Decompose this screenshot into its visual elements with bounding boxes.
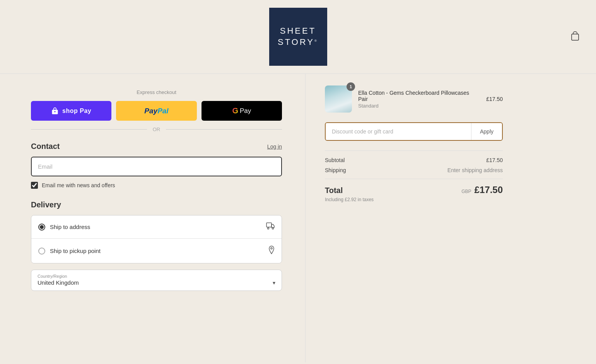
ship-pickup-radio[interactable]: [38, 248, 45, 255]
paypal-logo: PayPal: [144, 107, 168, 115]
shipping-label: Shipping: [325, 167, 346, 173]
pin-icon: [268, 246, 275, 256]
delivery-section: Delivery Ship to address: [31, 200, 282, 291]
svg-point-2: [268, 228, 269, 229]
shipping-row: Shipping Enter shipping address: [325, 167, 503, 173]
product-name: Ella Cotton - Gems Checkerboard Pillowca…: [358, 90, 480, 102]
ship-to-address-option[interactable]: Ship to address: [31, 215, 282, 239]
truck-icon: [266, 222, 275, 231]
gpay-logo: G Pay: [232, 106, 251, 115]
cart-icon[interactable]: [570, 31, 581, 43]
discount-section: Apply: [325, 122, 503, 141]
country-value: United Kingdom: [38, 279, 79, 286]
contact-section: Contact Log in Email me with news and of…: [31, 142, 282, 189]
logo[interactable]: SHEET STORY®: [269, 8, 327, 66]
product-image-wrapper: 1: [325, 85, 352, 113]
newsletter-row: Email me with news and offers: [31, 182, 282, 189]
country-select[interactable]: Country/Region United Kingdom ▾: [31, 270, 282, 291]
newsletter-label[interactable]: Email me with news and offers: [42, 182, 115, 188]
subtotal-value: £17.50: [486, 157, 503, 163]
grand-total-value: £17.50: [475, 185, 503, 195]
logo-line1: SHEET: [280, 26, 316, 37]
product-quantity-badge: 1: [347, 82, 355, 91]
tax-note: Including £2.92 in taxes: [325, 197, 503, 202]
log-in-link[interactable]: Log in: [267, 144, 282, 150]
svg-rect-1: [266, 223, 272, 227]
ship-pickup-label: Ship to pickup point: [50, 248, 101, 254]
logo-line2: STORY®: [278, 37, 318, 48]
or-divider: OR: [31, 126, 282, 132]
svg-point-4: [271, 248, 272, 249]
shop-pay-button[interactable]: shop Pay: [31, 101, 111, 121]
grand-total-row: Total GBP £17.50: [325, 179, 503, 195]
paypal-button[interactable]: PayPal: [116, 101, 196, 121]
chevron-down-icon: ▾: [273, 280, 275, 286]
gpay-button[interactable]: G Pay: [202, 101, 282, 121]
grand-total-label: Total: [325, 186, 343, 195]
shop-pay-logo: shop Pay: [51, 107, 91, 115]
subtotal-row: Subtotal £17.50: [325, 157, 503, 163]
ship-address-label: Ship to address: [50, 224, 90, 230]
totals-section: Subtotal £17.50 Shipping Enter shipping …: [325, 150, 503, 202]
grand-total-currency: GBP: [461, 189, 471, 194]
left-panel: Express checkout shop Pay PayPal: [0, 74, 306, 362]
right-panel: 1 Ella Cotton - Gems Checkerboard Pillow…: [306, 74, 522, 362]
express-checkout-label: Express checkout: [31, 89, 282, 95]
country-label: Country/Region: [38, 274, 275, 279]
contact-header: Contact Log in: [31, 142, 282, 151]
svg-rect-0: [572, 34, 579, 40]
header: SHEET STORY®: [0, 0, 596, 74]
subtotal-label: Subtotal: [325, 157, 345, 163]
shipping-placeholder: Enter shipping address: [447, 167, 503, 173]
product-row: 1 Ella Cotton - Gems Checkerboard Pillow…: [325, 85, 503, 113]
ship-address-radio[interactable]: [38, 224, 45, 231]
main-layout: Express checkout shop Pay PayPal: [0, 74, 596, 362]
delivery-title: Delivery: [31, 200, 282, 209]
ship-to-pickup-option[interactable]: Ship to pickup point: [31, 239, 282, 263]
product-price: £17.50: [486, 96, 503, 102]
apply-button[interactable]: Apply: [471, 123, 502, 140]
product-variant: Standard: [358, 103, 480, 109]
product-info: Ella Cotton - Gems Checkerboard Pillowca…: [358, 90, 480, 109]
discount-input[interactable]: [326, 123, 471, 140]
svg-point-3: [272, 228, 274, 229]
newsletter-checkbox[interactable]: [31, 182, 38, 189]
delivery-options: Ship to address Sh: [31, 215, 282, 263]
express-buttons: shop Pay PayPal G Pay: [31, 101, 282, 121]
contact-title: Contact: [31, 142, 60, 151]
email-input[interactable]: [31, 157, 282, 176]
